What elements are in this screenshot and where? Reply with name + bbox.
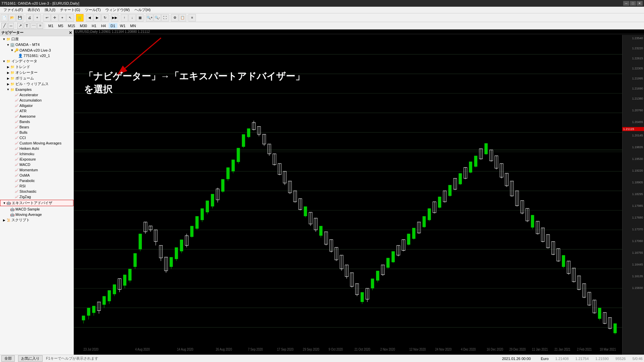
maximize-button[interactable]: □ [630,1,636,6]
tf-d1-button[interactable]: D1 [109,23,117,28]
tree-item-ea[interactable]: ▼ 🤖 エキスパートアドバイザ [0,200,73,206]
period-sep-button[interactable]: ≡ [189,14,196,21]
tree-item-momentum[interactable]: 📈 Momentum [0,167,73,173]
all-button[interactable]: 全部 [1,355,15,362]
tree-item-parabolic[interactable]: 📈 Parabolic [0,178,73,183]
expand-ea[interactable]: ▼ [2,201,6,205]
navigator-close-button[interactable]: ✕ [69,31,72,35]
expand-scripts[interactable]: ▶ [2,218,6,222]
tree-item-scripts[interactable]: ▶ 📜 スクリプト [0,217,73,223]
save-button[interactable]: 💾 [16,14,23,21]
tree-item-live3[interactable]: ▼ 🔑 OANDA-v20 Live-3 [0,48,73,53]
tree-item-heiken[interactable]: 📈 Heiken Ashi [0,146,73,151]
refresh-button[interactable]: ↻ [101,14,109,21]
tf-m1-button[interactable]: M1 [46,23,55,28]
tree-item-custom-ma[interactable]: 📈 Custom Moving Averages [0,140,73,146]
auto-trade-button[interactable]: ▶▶ [111,14,118,21]
menu-insert[interactable]: 挿入(I) [43,7,57,13]
new-order-button[interactable]: 🛒 [76,14,84,21]
expand-account1[interactable] [14,54,18,58]
tree-item-bands[interactable]: 📈 Bands [0,119,73,124]
close-button[interactable]: ✕ [637,1,643,6]
tf-w1-button[interactable]: W1 [118,23,128,28]
template-button[interactable]: 📋 [179,14,186,21]
expand-bill[interactable]: ▶ [6,82,10,86]
tree-item-stochastic[interactable]: 📈 Stochastic [0,189,73,194]
tf-m5-button[interactable]: M5 [56,23,65,28]
line-tool-button[interactable]: ╱ [1,23,7,29]
pointer-button[interactable]: ↖ [66,14,74,21]
expand-live3[interactable]: ▼ [10,48,14,52]
zoom-in-button[interactable]: + [34,14,41,21]
expand-accounts[interactable]: ▼ [2,37,6,41]
tree-item-iexposure[interactable]: 📈 iExposure [0,157,73,162]
print-button[interactable]: 🖨 [26,14,33,21]
tree-item-ichimoku[interactable]: 📈 Ichimoku [0,151,73,157]
tree-item-oscillator[interactable]: ▶ 📁 オシレーター [0,70,73,75]
hline-tool-button[interactable]: ─ [8,23,14,29]
text-tool-button[interactable]: T [24,23,30,29]
fib-tool-button[interactable]: ⌗ [37,23,43,29]
tree-item-rsi[interactable]: 📈 RSI [0,183,73,189]
tree-item-bears[interactable]: 📈 Bears [0,124,73,130]
tf-mn-button[interactable]: MN [128,23,138,28]
expand-examples[interactable]: ▼ [6,87,10,92]
tree-item-oanda-mt4[interactable]: ▼ 🏢 OANDA－MT4 [0,42,73,48]
tree-item-accounts[interactable]: ▼ 📁 口座 [0,36,73,42]
tree-item-awesome[interactable]: 📈 Awesome [0,114,73,119]
tree-item-atr[interactable]: 📈 ATR [0,108,73,114]
expand-trend[interactable]: ▶ [6,65,10,69]
bar-down-button[interactable]: ↓ [128,14,136,21]
menu-file[interactable]: ファイル(F) [1,7,25,13]
menu-help[interactable]: ヘルプ(H) [132,7,153,13]
tree-item-macd-ind[interactable]: 📈 MACD [0,162,73,167]
new-chart-button[interactable]: 📄 [1,14,8,21]
favorite-button[interactable]: お気に入り [18,355,43,362]
menu-tools[interactable]: ツール(T) [83,7,103,13]
tf-h4-button[interactable]: H4 [99,23,108,28]
bar-chart-button[interactable]: ▦ [136,14,144,21]
select-button[interactable]: ⌖ [59,14,66,21]
tf-h1-button[interactable]: H1 [90,23,98,28]
bar-up-button[interactable]: ↑ [121,14,128,21]
zoom-in2-button[interactable]: 🔍+ [146,14,153,21]
expand-oanda[interactable]: ▼ [6,43,10,47]
minimize-button[interactable]: ─ [623,1,629,6]
tree-item-accumulation[interactable]: 📈 Accumulation [0,98,73,103]
expand-volume[interactable]: ▶ [6,76,10,80]
tree-item-accelerator[interactable]: 📈 Accelerator [0,92,73,98]
prop-button[interactable]: ⚙ [171,14,178,21]
history-button[interactable]: ◀ [86,14,93,21]
chart-area[interactable]: EURUSD,Daily 1.20901 1.21164 1.20880 1.2… [74,29,644,355]
expand-oscillator[interactable]: ▶ [6,71,10,75]
expand-indicators[interactable]: ▼ [2,59,6,63]
tree-item-zigzag[interactable]: 📈 ZigZag [0,194,73,199]
tree-item-volume[interactable]: ▶ 📁 ボリューム [0,75,73,81]
tree-item-moving-average[interactable]: 🤖 Moving Average [0,212,73,217]
menu-window[interactable]: ウィンドウ(W) [103,7,132,13]
tree-item-trend[interactable]: ▶ 📁 トレンド [0,64,73,70]
arrow-tool-button[interactable]: ↗ [17,23,23,29]
window-controls[interactable]: ─ □ ✕ [623,1,643,6]
forward-button[interactable]: ▶ [94,14,101,21]
menu-chart[interactable]: チャート(G) [58,7,82,13]
tree-item-alligator[interactable]: 📈 Alligator [0,103,73,108]
tree-item-examples[interactable]: ▼ 📁 Examples [0,87,73,92]
tree-item-macd-sample[interactable]: 🤖 MACD Sample [0,206,73,212]
expand-accelerator[interactable] [10,93,14,97]
open-button[interactable]: 📂 [8,14,16,21]
crosshair-button[interactable]: ✛ [51,14,58,21]
curve-tool-button[interactable]: ⋯ [31,23,37,29]
tree-item-account1[interactable]: 👤 7751661: v20_1 [0,53,73,58]
tree-item-indicators[interactable]: ▼ 📁 インディケータ [0,58,73,64]
tree-item-cci[interactable]: 📈 CCI [0,135,73,140]
tree-item-bill[interactable]: ▶ 📁 ビル・ウィリアムス [0,81,73,87]
fullscreen-button[interactable]: ⛶ [161,14,169,21]
tree-item-osma[interactable]: 📈 OsMA [0,173,73,178]
tf-m30-button[interactable]: M30 [78,23,89,28]
undo-button[interactable]: ↩ [43,14,51,21]
tf-m15-button[interactable]: M15 [66,23,77,28]
tree-item-bulls[interactable]: 📈 Bulls [0,130,73,135]
zoom-out2-button[interactable]: 🔍- [154,14,161,21]
menu-view[interactable]: 表示(V) [25,7,42,13]
